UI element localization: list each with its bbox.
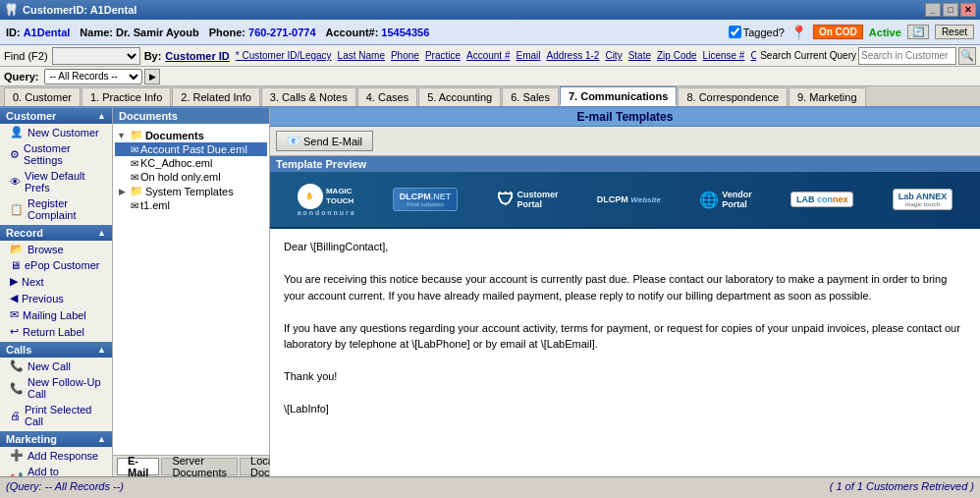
id-field: ID: A1Dental — [6, 27, 70, 38]
sidebar-item-print-call[interactable]: 🖨 Print Selected Call — [0, 402, 112, 429]
sidebar-item-view-prefs[interactable]: 👁 View Default Prefs — [0, 168, 112, 195]
sidebar-item-new-customer[interactable]: 👤 New Customer — [0, 124, 112, 140]
template-body: Dear \[BillingContact], You are receivin… — [270, 229, 980, 476]
col-zip[interactable]: Zip Code — [655, 50, 699, 61]
sidebar-item-add-campaign[interactable]: 📢 Add to Campaign — [0, 464, 112, 476]
tab-calls-notes[interactable]: 3. Calls & Notes — [261, 87, 356, 106]
tree-item-kc-adhoc[interactable]: ✉ KC_Adhoc.eml — [115, 156, 267, 170]
template-preview-header: Template Preview — [270, 156, 980, 172]
tagged-checkbox[interactable] — [729, 26, 741, 38]
sidebar-item-return-label[interactable]: ↩ Return Label — [0, 323, 112, 340]
tree-item-account-past-due[interactable]: ✉ Account Past Due.eml — [115, 142, 267, 156]
tab-communications[interactable]: 7. Communications — [560, 86, 677, 106]
col-last-name[interactable]: Last Name — [336, 50, 387, 61]
window-controls[interactable]: _ □ ✕ — [925, 3, 976, 17]
bottom-tab-server-docs[interactable]: Server Documents — [161, 458, 238, 475]
col-state[interactable]: State — [626, 50, 653, 61]
email-toolbar: 📧 Send E-Mail — [270, 127, 980, 156]
person-icon: 👤 — [10, 126, 24, 138]
find-dropdown[interactable] — [52, 47, 140, 65]
tree-item-on-hold[interactable]: ✉ On hold only.eml — [115, 170, 267, 184]
reset-button[interactable]: Reset — [935, 25, 974, 39]
marketing-section-header[interactable]: Marketing ▲ — [0, 431, 112, 447]
tab-accounting[interactable]: 5. Accounting — [418, 87, 501, 106]
content-area: Customer ▲ 👤 New Customer ⚙ Customer Set… — [0, 108, 980, 476]
col-address[interactable]: Address 1-2 — [545, 50, 602, 61]
tree-panel: Documents ▼ 📁 Documents ✉ Account Past D… — [113, 108, 270, 476]
query-dropdown[interactable]: -- All Records -- — [44, 69, 142, 84]
name-value: Dr. Samir Ayoub — [116, 27, 199, 38]
body-paragraph-1: You are receiving this notice because yo… — [284, 271, 966, 304]
sidebar-item-epop[interactable]: 🖥 ePop Customer — [0, 257, 112, 273]
next-icon: ▶ — [10, 275, 18, 288]
sidebar-item-mailing-label[interactable]: ✉ Mailing Label — [0, 306, 112, 323]
body-lab-info: \[LabInfo] — [284, 401, 966, 417]
chevron-up-icon-marketing: ▲ — [97, 434, 106, 444]
customer-section-header[interactable]: Customer ▲ — [0, 108, 112, 124]
search-current-query-label: Search Current Query — [760, 50, 856, 61]
prev-icon: ◀ — [10, 292, 18, 304]
banner-vendor-portal: 🌐 VendorPortal — [699, 190, 752, 209]
col-city[interactable]: City — [603, 50, 624, 61]
cod-badge: On COD — [813, 25, 863, 39]
col-account[interactable]: Account # — [464, 50, 512, 61]
send-email-button[interactable]: 📧 Send E-Mail — [276, 131, 373, 151]
bottom-tab-email[interactable]: E-Mail — [117, 458, 159, 475]
sidebar-item-customer-settings[interactable]: ⚙ Customer Settings — [0, 140, 112, 168]
tab-practice-info[interactable]: 1. Practice Info — [82, 87, 171, 106]
by-value: Customer ID — [165, 50, 229, 62]
refresh-button[interactable]: 🔄 — [907, 25, 929, 39]
sidebar-item-register-complaint[interactable]: 📋 Register Complaint — [0, 195, 112, 223]
response-icon: ➕ — [10, 449, 24, 462]
tab-customer[interactable]: 0. Customer — [4, 87, 81, 106]
minimize-button[interactable]: _ — [925, 3, 941, 17]
tree-item-system-templates[interactable]: ▶ 📁 System Templates — [115, 184, 267, 198]
phone-value: 760-271-0774 — [248, 27, 316, 38]
tree-root[interactable]: ▼ 📁 Documents — [115, 128, 267, 142]
find-bar: Find (F2) By: Customer ID * Customer ID/… — [0, 45, 980, 67]
close-button[interactable]: ✕ — [960, 3, 976, 17]
col-case[interactable]: Case # — [748, 50, 756, 61]
title-bar-text: CustomerID: A1Dental — [23, 4, 136, 16]
name-label: Name: — [80, 27, 113, 38]
banner-lab-connex: LAB connex — [790, 192, 854, 207]
by-label: By: — [144, 50, 162, 62]
tab-cases[interactable]: 4. Cases — [357, 87, 417, 106]
email-file-icon-3: ✉ — [131, 172, 138, 183]
sidebar-label-view-prefs: View Default Prefs — [25, 170, 106, 194]
search-button[interactable]: 🔍 — [958, 47, 976, 65]
browse-icon: 📂 — [10, 243, 24, 255]
col-practice[interactable]: Practice — [423, 50, 463, 61]
sidebar-item-add-response[interactable]: ➕ Add Response — [0, 447, 112, 464]
sidebar-item-new-followup[interactable]: 📞 New Follow-Up Call — [0, 374, 112, 402]
tree-item-t1[interactable]: ✉ t1.eml — [115, 198, 267, 212]
tab-related-info[interactable]: 2. Related Info — [172, 87, 260, 106]
col-email[interactable]: Email — [514, 50, 542, 61]
folder-expand-icon-2: ▶ — [119, 187, 126, 196]
send-icon: 📧 — [287, 135, 300, 147]
folder-icon-2: 📁 — [130, 185, 143, 197]
phone-field: Phone: 760-271-0774 — [209, 27, 316, 38]
sidebar-item-previous[interactable]: ◀ Previous — [0, 290, 112, 306]
sidebar-item-new-call[interactable]: 📞 New Call — [0, 358, 112, 374]
query-go-button[interactable]: ▶ — [144, 69, 160, 84]
view-icon: 👁 — [10, 176, 21, 188]
tab-correspondence[interactable]: 8. Correspondence — [678, 87, 788, 106]
col-license[interactable]: License # — [701, 50, 747, 61]
body-paragraph-2: If you have any questions regarding your… — [284, 320, 966, 353]
search-input[interactable] — [858, 47, 956, 65]
sidebar-item-browse[interactable]: 📂 Browse — [0, 241, 112, 257]
calls-section-header[interactable]: Calls ▲ — [0, 342, 112, 358]
col-customer-id-legacy[interactable]: * Customer ID/Legacy — [234, 50, 334, 61]
maximize-button[interactable]: □ — [943, 3, 958, 17]
col-phone[interactable]: Phone — [389, 50, 421, 61]
tab-sales[interactable]: 6. Sales — [502, 87, 559, 106]
tab-marketing[interactable]: 9. Marketing — [789, 87, 866, 106]
query-select-area: -- All Records -- ▶ — [44, 69, 160, 84]
tagged-field[interactable]: Tagged? — [729, 26, 785, 38]
record-section-header[interactable]: Record ▲ — [0, 225, 112, 241]
phone-label: Phone: — [209, 27, 245, 38]
sidebar-item-next[interactable]: ▶ Next — [0, 273, 112, 290]
bottom-tabs: E-Mail Server Documents Local Documents — [113, 455, 269, 476]
folder-icon: 📁 — [130, 129, 143, 141]
